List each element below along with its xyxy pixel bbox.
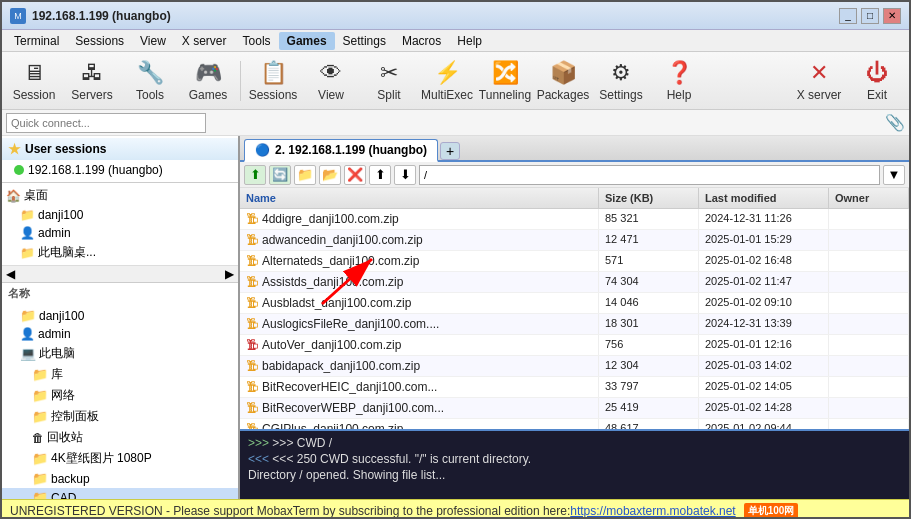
table-row[interactable]: 🗜 AuslogicsFileRe_danji100.com.... 18 30… [240,314,909,335]
tree-item-network[interactable]: 📁 网络 [2,385,238,406]
file-up-button[interactable]: ⬆ [244,165,266,185]
col-size[interactable]: Size (KB) [599,188,699,208]
path-go-button[interactable]: ▼ [883,165,905,185]
tab-remote[interactable]: 🔵 2. 192.168.1.199 (huangbo) [244,139,438,162]
session-item-1[interactable]: 192.168.1.199 (huangbo) [2,160,238,180]
tree-section-label: 名称 [2,283,238,304]
tree-item-library[interactable]: 📁 库 [2,364,238,385]
table-row[interactable]: 🗜 Assistds_danji100.com.zip 74 304 2025-… [240,272,909,293]
tree-nav-right[interactable]: ▶ [225,267,234,281]
file-owner [829,377,909,397]
file-size: 756 [599,335,699,355]
menu-view[interactable]: View [132,32,174,50]
toolbar-tunneling[interactable]: 🔀 Tunneling [477,55,533,107]
tree-item-cad[interactable]: 📁 CAD [2,488,238,499]
zip-file-icon: 🗜 [246,359,258,373]
table-row[interactable]: 🗜 AutoVer_danji100.com.zip 756 2025-01-0… [240,335,909,356]
tree-danji100[interactable]: 📁 danji100 [2,206,238,224]
file-name-cell: 🗜 BitRecoverHEIC_danji100.com... [240,377,599,397]
file-name: AuslogicsFileRe_danji100.com.... [262,317,439,331]
toolbar-session[interactable]: 🖥 Session [6,55,62,107]
sessions-icon: 📋 [260,60,287,86]
tree-item-recycle[interactable]: 🗑 回收站 [2,427,238,448]
file-openfolder-button[interactable]: 📂 [319,165,341,185]
file-delete-button[interactable]: ❌ [344,165,366,185]
tree-item-admin[interactable]: 👤 admin [2,325,238,343]
toolbar-exit[interactable]: ⏻ Exit [849,55,905,107]
file-refresh-button[interactable]: 🔄 [269,165,291,185]
file-modified: 2025-01-02 14:28 [699,398,829,418]
table-row[interactable]: 🗜 babidapack_danji100.com.zip 12 304 202… [240,356,909,377]
table-row[interactable]: 🗜 CGIPlus_danji100.com.zip 48 617 2025-0… [240,419,909,429]
file-owner [829,314,909,334]
paperclip-icon[interactable]: 📎 [885,113,905,132]
toolbar-servers[interactable]: 🖧 Servers [64,55,120,107]
col-owner[interactable]: Owner [829,188,909,208]
close-button[interactable]: ✕ [883,8,901,24]
toolbar-multiexec[interactable]: ⚡ MultiExec [419,55,475,107]
tree-item-wallpaper[interactable]: 📁 4K壁纸图片 1080P [2,448,238,469]
tree-desktop[interactable]: 🏠 桌面 [2,185,238,206]
file-modified: 2024-12-31 11:26 [699,209,829,229]
menu-help[interactable]: Help [449,32,490,50]
toolbar-help[interactable]: ❓ Help [651,55,707,107]
menu-terminal[interactable]: Terminal [6,32,67,50]
col-modified[interactable]: Last modified [699,188,829,208]
menu-macros[interactable]: Macros [394,32,449,50]
zip-file-icon: 🗜 [246,296,258,310]
tree-item-thispc[interactable]: 💻 此电脑 [2,343,238,364]
packages-icon: 📦 [550,60,577,86]
menu-tools[interactable]: Tools [235,32,279,50]
toolbar-view[interactable]: 👁 View [303,55,359,107]
view-icon: 👁 [320,60,342,86]
file-size: 12 304 [599,356,699,376]
file-newfolder-button[interactable]: 📁 [294,165,316,185]
main-toolbar: 🖥 Session 🖧 Servers 🔧 Tools 🎮 Games 📋 Se… [2,52,909,110]
tree-item-danji100[interactable]: 📁 danji100 [2,306,238,325]
toolbar-packages[interactable]: 📦 Packages [535,55,591,107]
quick-connect-input[interactable] [6,113,206,133]
tree-nav-left[interactable]: ◀ [6,267,15,281]
toolbar-settings[interactable]: ⚙ Settings [593,55,649,107]
toolbar-split[interactable]: ✂ Split [361,55,417,107]
tree-item-backup[interactable]: 📁 backup [2,469,238,488]
menu-games[interactable]: Games [279,32,335,50]
menu-settings[interactable]: Settings [335,32,394,50]
table-row[interactable]: 🗜 4ddigre_danji100.com.zip 85 321 2024-1… [240,209,909,230]
terminal-area: >>> >>> CWD / <<< <<< 250 CWD successful… [240,429,909,499]
toolbar-games[interactable]: 🎮 Games [180,55,236,107]
zip-file-icon: 🗜 [246,254,258,268]
status-link[interactable]: https://mobaxterm.mobatek.net [570,504,735,518]
file-download-button[interactable]: ⬇ [394,165,416,185]
table-row[interactable]: 🗜 BitRecoverWEBP_danji100.com... 25 419 … [240,398,909,419]
folder-danji100-icon: 📁 [20,308,36,323]
file-size: 74 304 [599,272,699,292]
menu-xserver[interactable]: X server [174,32,235,50]
add-tab-button[interactable]: + [440,142,460,160]
file-name-cell: 🗜 AuslogicsFileRe_danji100.com.... [240,314,599,334]
path-input[interactable] [419,165,880,185]
right-pane: 🔵 2. 192.168.1.199 (huangbo) + ⬆ 🔄 📁 📂 ❌… [240,136,909,499]
menu-sessions[interactable]: Sessions [67,32,132,50]
table-row[interactable]: 🗜 Alternateds_danji100.com.zip 571 2025-… [240,251,909,272]
table-row[interactable]: 🗜 Ausbladst_danji100.com.zip 14 046 2025… [240,293,909,314]
toolbar-xserver[interactable]: ✕ X server [791,55,847,107]
file-size: 48 617 [599,419,699,429]
file-modified: 2025-01-02 14:05 [699,377,829,397]
table-row[interactable]: 🗜 adwancedin_danji100.com.zip 12 471 202… [240,230,909,251]
col-name[interactable]: Name [240,188,599,208]
file-name-cell: 🗜 AutoVer_danji100.com.zip [240,335,599,355]
toolbar-sessions[interactable]: 📋 Sessions [245,55,301,107]
table-row[interactable]: 🗜 BitRecoverHEIC_danji100.com... 33 797 … [240,377,909,398]
tree-item-controlpanel[interactable]: 📁 控制面板 [2,406,238,427]
maximize-button[interactable]: □ [861,8,879,24]
minimize-button[interactable]: _ [839,8,857,24]
file-name: AutoVer_danji100.com.zip [262,338,401,352]
tunneling-icon: 🔀 [492,60,519,86]
tree-others[interactable]: 📁 此电脑桌... [2,242,238,263]
file-upload-button[interactable]: ⬆ [369,165,391,185]
file-name: 4ddigre_danji100.com.zip [262,212,399,226]
toolbar-tools[interactable]: 🔧 Tools [122,55,178,107]
zip-file-icon: 🗜 [246,275,258,289]
tree-admin[interactable]: 👤 admin [2,224,238,242]
